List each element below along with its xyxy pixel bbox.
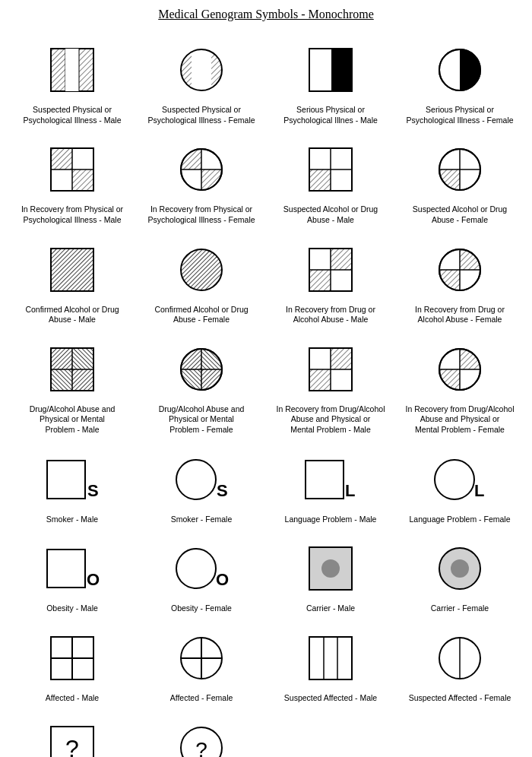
svg-rect-70 — [51, 348, 72, 369]
svg-rect-22 — [72, 169, 93, 191]
cell-recovery-drug-male: In Recovery from Drug orAlcohol Abuse - … — [266, 233, 395, 333]
svg-text:L: L — [474, 481, 484, 500]
svg-rect-71 — [72, 348, 93, 369]
svg-rect-73 — [72, 369, 93, 391]
cell-confirmed-alcohol-male: Confirmed Alcohol or DrugAbuse - Male — [8, 233, 137, 333]
cell-serious-physical-male: Serious Physical orPsychological Illnes … — [266, 33, 395, 133]
svg-text:O: O — [216, 570, 229, 589]
cell-empty-2 — [395, 711, 524, 757]
cell-recovery-drug-female: In Recovery from Drug orAlcohol Abuse - … — [395, 233, 524, 333]
cell-suspected-affected-male: Suspected Affected - Male — [266, 622, 395, 711]
cell-recovery-physical-female: In Recovery from Physical orPsychologica… — [137, 133, 266, 233]
svg-rect-21 — [51, 148, 72, 169]
cell-possibly-affected-female: ? Possibly Affected - Female — [137, 711, 266, 757]
svg-rect-48 — [51, 249, 93, 291]
cell-suspected-physical-female: Suspected Physical orPsychological Illne… — [137, 33, 266, 133]
svg-rect-13 — [331, 49, 352, 91]
cell-language-male: L Language Problem - Male — [266, 443, 395, 533]
cell-recovery-physical-male: In Recovery from Physical orPsychologica… — [8, 133, 137, 233]
svg-rect-72 — [51, 369, 72, 391]
svg-rect-111 — [47, 550, 85, 588]
cell-recovery-drug-physical-male: In Recovery from Drug/AlcoholAbuse and P… — [266, 333, 395, 443]
svg-rect-4 — [65, 49, 79, 91]
svg-rect-103 — [47, 461, 85, 499]
cell-serious-physical-female: Serious Physical orPsychological Illness… — [395, 33, 524, 133]
cell-obesity-male: O Obesity - Male — [8, 532, 137, 622]
cell-confirmed-alcohol-female: Confirmed Alcohol or DrugAbuse - Female — [137, 233, 266, 333]
cell-recovery-drug-physical-female: In Recovery from Drug/AlcoholAbuse and P… — [395, 333, 524, 443]
cell-carrier-male: Carrier - Male — [266, 532, 395, 622]
cell-language-female: L Language Problem - Female — [395, 443, 524, 533]
cell-affected-male: Affected - Male — [8, 622, 137, 711]
cell-affected-female: Affected - Female — [137, 622, 266, 711]
svg-point-113 — [176, 549, 216, 588]
symbols-grid: Suspected Physical orPsychological Illne… — [8, 33, 524, 757]
svg-point-118 — [451, 559, 469, 578]
cell-suspected-alcohol-male: Suspected Alcohol or DrugAbuse - Male — [266, 133, 395, 233]
cell-empty-1 — [266, 711, 395, 757]
svg-point-105 — [176, 460, 216, 499]
cell-possibly-affected-male: ? Possibly Affected - Male — [8, 711, 137, 757]
svg-rect-36 — [309, 169, 331, 191]
cell-drug-physical-male: Drug/Alcohol Abuse andPhysical or Mental… — [8, 333, 137, 443]
svg-rect-91 — [309, 369, 331, 391]
svg-rect-107 — [306, 461, 344, 499]
svg-rect-55 — [309, 270, 331, 291]
svg-rect-54 — [331, 249, 352, 270]
svg-text:?: ? — [195, 738, 207, 757]
cell-smoker-female: S Smoker - Female — [137, 443, 266, 533]
cell-suspected-alcohol-female: Suspected Alcohol or DrugAbuse - Female — [395, 133, 524, 233]
svg-text:O: O — [87, 570, 100, 589]
page-title: Medical Genogram Symbols - Monochrome — [8, 8, 524, 21]
cell-obesity-female: O Obesity - Female — [137, 532, 266, 622]
cell-drug-physical-female: Drug/Alcohol Abuse andPhysical or Mental… — [137, 333, 266, 443]
svg-text:L: L — [345, 481, 355, 500]
cell-carrier-female: Carrier - Female — [395, 532, 524, 622]
svg-text:?: ? — [65, 735, 79, 757]
svg-rect-90 — [331, 348, 352, 369]
cell-smoker-male: S Smoker - Male — [8, 443, 137, 533]
svg-point-51 — [181, 249, 222, 290]
cell-suspected-physical-male: Suspected Physical orPsychological Illne… — [8, 33, 137, 133]
svg-text:S: S — [87, 481, 99, 500]
svg-rect-126 — [309, 637, 352, 679]
svg-point-109 — [435, 460, 474, 499]
svg-rect-17 — [460, 49, 480, 90]
svg-point-116 — [321, 559, 340, 578]
svg-rect-5 — [79, 49, 93, 91]
cell-suspected-affected-female: Suspected Affected - Female — [395, 622, 524, 711]
svg-rect-2 — [51, 49, 65, 91]
svg-text:S: S — [217, 481, 228, 500]
